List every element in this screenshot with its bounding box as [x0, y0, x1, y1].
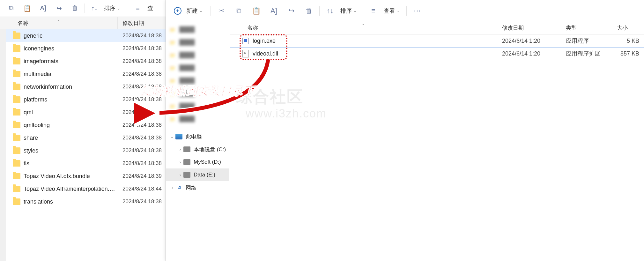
view-label[interactable]: 查看 — [384, 7, 395, 15]
folder-row[interactable]: translations2024/8/24 18:38 — [0, 195, 166, 208]
folder-row[interactable]: imageformats2024/8/24 18:38 — [0, 55, 166, 68]
file-date: 2024/ — [118, 109, 166, 116]
folder-icon — [13, 33, 20, 39]
nav-item-blurred[interactable]: 📁████ — [166, 62, 229, 74]
file-date: 2024/8/24 18:38 — [118, 147, 166, 154]
nav-item-blurred[interactable]: 📁████ — [166, 100, 229, 113]
view-lines-icon[interactable]: ≡ — [130, 2, 146, 15]
column-date[interactable]: 修改日期 — [497, 22, 561, 34]
nav-item-blurred[interactable]: 📁████ — [166, 49, 229, 62]
column-date-label: 修改日期 — [502, 24, 524, 32]
sort-up-icon: ⌃ — [57, 19, 60, 24]
file-date: 2024/8/24 18:38 — [118, 198, 166, 205]
view-label[interactable]: 查 — [147, 4, 153, 12]
nav-label: MySoft (D:) — [194, 159, 221, 165]
plus-circle-icon: + — [174, 7, 181, 15]
file-name: qml — [24, 109, 118, 116]
file-date: 2024/8/24 18:38 — [118, 84, 166, 90]
left-scrollbar[interactable] — [0, 29, 6, 261]
more-icon[interactable]: ⋯ — [408, 4, 426, 17]
disk-icon — [183, 146, 190, 152]
nav-label: 此电脑 — [186, 133, 202, 140]
folder-row[interactable]: Topaz Video AI.ofx.bundle2024/8/24 18:39 — [0, 170, 166, 183]
column-date[interactable]: 修改日期 — [118, 17, 166, 29]
column-name[interactable]: 名称 ⌃ — [230, 22, 497, 34]
computer-icon — [175, 134, 182, 139]
folder-row[interactable]: networkinformation2024/8/24 18:38 — [0, 80, 166, 93]
left-file-list: generic2024/8/24 18:38iconengines2024/8/… — [0, 29, 166, 208]
file-row[interactable]: login.exe2024/6/14 1:20应用程序5 KB — [230, 34, 644, 47]
file-name: platforms — [24, 96, 118, 103]
column-size[interactable]: 大小 — [612, 22, 644, 34]
new-button[interactable]: + 新建 ⌄ — [171, 5, 206, 16]
folder-row[interactable]: iconengines2024/8/24 18:38 — [0, 42, 166, 55]
share-icon[interactable]: ↪ — [51, 2, 67, 15]
column-name[interactable]: 名称 ⌃ — [0, 17, 118, 29]
cut-icon[interactable]: ✂ — [212, 4, 230, 17]
nav-item-blurred[interactable]: 📁████ — [166, 36, 229, 49]
column-type-label: 类型 — [566, 24, 577, 32]
folder-row[interactable]: qml2024/ — [0, 106, 166, 119]
sort-label[interactable]: 排序 — [104, 4, 115, 12]
chevron-down-icon: ⌄ — [199, 9, 203, 13]
file-type: 应用程序扩展 — [561, 50, 612, 57]
delete-icon[interactable]: 🗑 — [300, 4, 318, 17]
folder-row[interactable]: multimedia2024/8/24 18:38 — [0, 68, 166, 80]
folder-icon — [13, 109, 20, 116]
folder-row[interactable]: Topaz Video AIframeinterpolation.ofx...2… — [0, 183, 166, 195]
file-date: 2024/8/24 18:38 — [118, 96, 166, 103]
folder-row[interactable]: qmltooling2024/8/24 18:38 — [0, 119, 166, 131]
application-icon — [242, 38, 249, 44]
sort-label[interactable]: 排序 — [340, 7, 352, 15]
file-name: Topaz Video AI.ofx.bundle — [24, 173, 118, 180]
nav-panel: 📁████ 📁████ 📁████ 📁████ 📁████ 📁████ 📁███… — [166, 22, 230, 261]
delete-icon[interactable]: 🗑 — [67, 2, 83, 15]
rename-icon[interactable]: A] — [35, 2, 51, 15]
file-name: generic — [24, 33, 118, 39]
sort-icon[interactable]: ↑↓ — [321, 4, 339, 17]
new-label: 新建 — [186, 7, 198, 15]
folder-icon — [13, 122, 20, 128]
nav-item-blurred[interactable]: 📁████ — [166, 87, 229, 100]
file-name: videoai.dll — [253, 50, 278, 57]
folder-row[interactable]: share2024/8/24 18:38 — [0, 131, 166, 144]
nav-drive-d[interactable]: › MySoft (D:) — [166, 156, 229, 168]
dll-icon — [242, 50, 249, 57]
chevron-down-icon: ⌄ — [353, 9, 357, 13]
nav-item-blurred[interactable]: 📁████ — [166, 113, 229, 125]
copy-icon[interactable]: ⧉ — [3, 2, 19, 15]
folder-row[interactable]: tls2024/8/24 18:38 — [0, 157, 166, 170]
nav-drive-e[interactable]: › Data (E:) — [166, 168, 229, 181]
chevron-right-icon: › — [169, 185, 175, 190]
share-icon[interactable]: ↪ — [283, 4, 300, 17]
paste-icon[interactable]: 📋 — [19, 2, 35, 15]
file-name-cell: login.exe — [230, 38, 497, 44]
paste-icon[interactable]: 📋 — [248, 4, 265, 17]
nav-network[interactable]: › 🖥 网络 — [166, 181, 229, 194]
column-date-label: 修改日期 — [122, 19, 144, 27]
folder-icon — [13, 173, 20, 179]
nav-item-blurred[interactable]: 📁████ — [166, 74, 229, 87]
folder-row[interactable]: platforms2024/8/24 18:38 — [0, 93, 166, 106]
file-size: 5 KB — [612, 38, 644, 44]
network-icon: 🖥 — [175, 185, 182, 190]
file-name-cell: videoai.dll — [230, 50, 497, 57]
nav-drive-c[interactable]: › 本地磁盘 (C:) — [166, 143, 229, 156]
folder-row[interactable]: styles2024/8/24 18:38 — [0, 144, 166, 157]
left-toolbar: ⧉ 📋 A] ↪ 🗑 ↑↓ 排序 ⌄ ≡ 查 — [0, 0, 166, 17]
copy-icon[interactable]: ⧉ — [230, 4, 248, 17]
nav-item-blurred[interactable]: 📁████ — [166, 23, 229, 36]
disk-icon — [183, 159, 190, 165]
file-row[interactable]: videoai.dll2024/6/14 1:20应用程序扩展857 KB — [230, 47, 644, 60]
sort-icon[interactable]: ↑↓ — [86, 2, 102, 15]
view-lines-icon[interactable]: ≡ — [365, 4, 382, 17]
sort-up-icon: ⌃ — [362, 23, 365, 28]
rename-icon[interactable]: A] — [265, 4, 283, 17]
column-type[interactable]: 类型 — [561, 22, 612, 34]
nav-this-pc[interactable]: ⌄ 此电脑 — [166, 130, 229, 143]
folder-row[interactable]: generic2024/8/24 18:38 — [0, 29, 166, 42]
file-date: 2024/8/24 18:38 — [118, 135, 166, 141]
file-date: 2024/6/14 1:20 — [497, 50, 561, 57]
file-date: 2024/8/24 18:38 — [118, 160, 166, 167]
chevron-down-icon: ⌄ — [117, 6, 120, 11]
